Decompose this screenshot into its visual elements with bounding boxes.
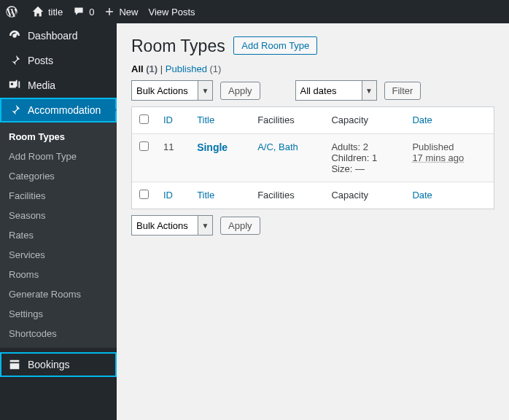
bulk-actions-select-bottom[interactable]: Bulk Actions ▼ <box>131 215 213 236</box>
new-label: New <box>119 7 138 18</box>
select-all-checkbox-bottom[interactable] <box>139 190 149 199</box>
home-icon <box>32 6 44 18</box>
row-facilities[interactable]: A/C, Bath <box>257 141 298 152</box>
dashboard-icon <box>7 29 22 42</box>
wordpress-icon <box>6 6 18 18</box>
pin-icon <box>7 104 22 117</box>
site-title: title <box>48 7 63 18</box>
bulk-apply-button[interactable]: Apply <box>220 82 260 100</box>
col-capacity: Capacity <box>324 182 405 209</box>
media-icon <box>7 79 22 92</box>
col-date[interactable]: Date <box>412 114 432 125</box>
chevron-down-icon: ▼ <box>198 81 212 100</box>
bulk-actions-dropdown-bottom[interactable]: Bulk Actions <box>132 216 198 235</box>
submenu-settings[interactable]: Settings <box>0 304 117 324</box>
table-row: 11 Single A/C, Bath Adults: 2 Children: … <box>132 134 494 182</box>
submenu-shortcodes[interactable]: Shortcodes <box>0 324 117 343</box>
submenu-facilities[interactable]: Facilities <box>0 186 117 206</box>
submenu-categories[interactable]: Categories <box>0 166 117 186</box>
wp-logo[interactable] <box>6 6 22 18</box>
date-filter-dropdown[interactable]: All dates <box>296 81 362 100</box>
select-all-checkbox[interactable] <box>139 114 149 124</box>
admin-bar: title 0 New View Posts <box>0 0 509 23</box>
row-id: 11 <box>156 134 190 182</box>
row-title-link[interactable]: Single <box>197 141 228 153</box>
col-id[interactable]: ID <box>163 114 173 125</box>
menu-accommodation[interactable]: Accommodation <box>0 98 117 122</box>
page-title: Room Types <box>131 36 225 56</box>
menu-bookings[interactable]: Bookings <box>0 352 117 377</box>
chevron-down-icon: ▼ <box>362 81 376 100</box>
pin-icon <box>7 54 22 67</box>
bulk-apply-button-bottom[interactable]: Apply <box>220 217 260 235</box>
view-filter: All (1) | Published (1) <box>131 63 494 74</box>
row-checkbox[interactable] <box>139 141 149 151</box>
col-date[interactable]: Date <box>412 190 432 201</box>
filter-published[interactable]: Published (1) <box>166 63 222 74</box>
row-capacity: Adults: 2 Children: 1 Size: — <box>324 134 405 182</box>
calendar-icon <box>7 358 22 371</box>
tablenav-bottom: Bulk Actions ▼ Apply <box>131 215 494 236</box>
col-title[interactable]: Title <box>197 114 214 125</box>
row-date: Published 17 mins ago <box>405 134 494 182</box>
submenu-services[interactable]: Services <box>0 245 117 265</box>
submenu-rates[interactable]: Rates <box>0 225 117 245</box>
col-capacity: Capacity <box>324 107 405 134</box>
menu-posts[interactable]: Posts <box>0 48 117 73</box>
comments-count: 0 <box>89 7 94 18</box>
view-posts-link[interactable]: View Posts <box>148 7 195 18</box>
col-id[interactable]: ID <box>163 190 173 201</box>
menu-dashboard[interactable]: Dashboard <box>0 23 117 48</box>
tablenav-top: Bulk Actions ▼ Apply All dates ▼ Filter <box>131 80 494 101</box>
col-facilities: Facilities <box>250 107 324 134</box>
submenu-add-room-type[interactable]: Add Room Type <box>0 147 117 166</box>
new-link[interactable]: New <box>104 7 138 18</box>
submenu-accommodation: Room Types Add Room Type Categories Faci… <box>0 122 117 348</box>
bulk-actions-select[interactable]: Bulk Actions ▼ <box>131 80 213 101</box>
chevron-down-icon: ▼ <box>198 216 212 235</box>
admin-sidebar: Dashboard Posts Media Accommodation Room… <box>0 23 117 420</box>
main-content: Room Types Add Room Type All (1) | Publi… <box>117 23 509 420</box>
add-room-type-button[interactable]: Add Room Type <box>233 36 317 55</box>
col-facilities: Facilities <box>250 182 324 209</box>
col-title[interactable]: Title <box>197 190 214 201</box>
comments-link[interactable]: 0 <box>73 6 94 18</box>
submenu-seasons[interactable]: Seasons <box>0 206 117 225</box>
room-types-table: ID Title Facilities Capacity Date 11 Sin… <box>131 106 494 209</box>
menu-media[interactable]: Media <box>0 73 117 98</box>
plus-icon <box>104 7 114 17</box>
site-link[interactable]: title <box>32 6 63 18</box>
date-filter-select[interactable]: All dates ▼ <box>295 80 377 101</box>
comment-icon <box>73 6 85 18</box>
submenu-generate-rooms[interactable]: Generate Rooms <box>0 284 117 304</box>
filter-button[interactable]: Filter <box>384 82 421 100</box>
bulk-actions-dropdown[interactable]: Bulk Actions <box>132 81 198 100</box>
submenu-room-types[interactable]: Room Types <box>0 127 117 147</box>
filter-all[interactable]: All (1) <box>131 63 158 74</box>
submenu-rooms[interactable]: Rooms <box>0 265 117 284</box>
